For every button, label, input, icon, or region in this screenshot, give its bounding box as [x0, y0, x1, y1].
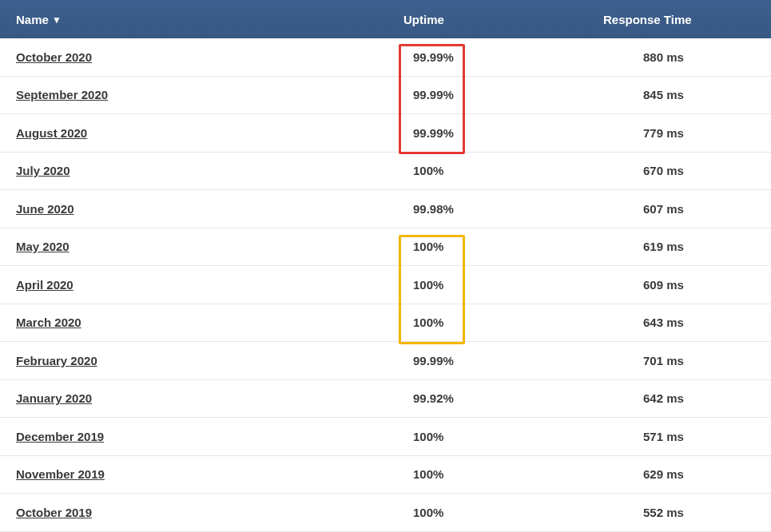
cell-uptime: 99.98%: [403, 202, 603, 216]
cell-uptime: 100%: [403, 467, 603, 481]
table-row: February 202099.99%701 ms: [0, 342, 771, 380]
header-name-label: Name: [16, 13, 49, 26]
month-link[interactable]: February 2020: [16, 354, 97, 367]
header-name[interactable]: Name ▼: [0, 13, 403, 26]
cell-name: February 2020: [0, 354, 403, 367]
table-row: October 202099.99%880 ms: [0, 38, 771, 77]
cell-uptime: 100%: [403, 164, 603, 177]
cell-uptime: 100%: [403, 316, 603, 329]
cell-uptime: 100%: [403, 240, 603, 253]
cell-name: November 2019: [0, 467, 403, 481]
table-row: May 2020100%619 ms: [0, 228, 771, 267]
cell-name: July 2020: [0, 164, 403, 177]
month-link[interactable]: December 2019: [16, 430, 104, 443]
month-link[interactable]: April 2020: [16, 278, 74, 292]
cell-uptime: 99.99%: [403, 126, 603, 140]
month-link[interactable]: October 2019: [16, 506, 92, 519]
header-uptime-label: Uptime: [403, 13, 444, 26]
cell-name: October 2019: [0, 506, 403, 519]
cell-uptime: 99.99%: [403, 88, 603, 101]
table-body: October 202099.99%880 msSeptember 202099…: [0, 38, 771, 532]
cell-response: 629 ms: [603, 467, 771, 481]
cell-name: April 2020: [0, 278, 403, 292]
cell-uptime: 99.92%: [403, 391, 603, 405]
cell-response: 571 ms: [603, 430, 771, 443]
month-link[interactable]: January 2020: [16, 391, 92, 405]
cell-name: September 2020: [0, 88, 403, 101]
cell-name: August 2020: [0, 126, 403, 140]
cell-name: December 2019: [0, 430, 403, 443]
cell-response: 642 ms: [603, 391, 771, 405]
month-link[interactable]: June 2020: [16, 202, 74, 216]
cell-response: 670 ms: [603, 164, 771, 177]
table-row: September 202099.99%845 ms: [0, 77, 771, 115]
cell-uptime: 100%: [403, 278, 603, 292]
header-uptime[interactable]: Uptime: [403, 13, 603, 26]
cell-name: March 2020: [0, 316, 403, 329]
table-row: July 2020100%670 ms: [0, 153, 771, 191]
table-row: June 202099.98%607 ms: [0, 190, 771, 228]
cell-name: June 2020: [0, 202, 403, 216]
table-row: March 2020100%643 ms: [0, 304, 771, 343]
table-row: April 2020100%609 ms: [0, 266, 771, 304]
month-link[interactable]: October 2020: [16, 50, 92, 64]
cell-response: 880 ms: [603, 50, 771, 64]
cell-response: 643 ms: [603, 316, 771, 329]
cell-name: May 2020: [0, 240, 403, 253]
cell-uptime: 99.99%: [403, 50, 603, 64]
cell-response: 607 ms: [603, 202, 771, 216]
header-response-label: Response Time: [603, 13, 692, 26]
cell-name: October 2020: [0, 50, 403, 64]
sort-desc-icon: ▼: [52, 14, 62, 26]
month-link[interactable]: May 2020: [16, 240, 70, 253]
month-link[interactable]: March 2020: [16, 316, 81, 329]
table-row: December 2019100%571 ms: [0, 418, 771, 456]
table-row: November 2019100%629 ms: [0, 456, 771, 494]
cell-response: 609 ms: [603, 278, 771, 292]
header-response[interactable]: Response Time: [603, 13, 771, 26]
cell-response: 619 ms: [603, 240, 771, 253]
cell-uptime: 100%: [403, 430, 603, 443]
cell-name: January 2020: [0, 391, 403, 405]
month-link[interactable]: July 2020: [16, 164, 70, 177]
table-header: Name ▼ Uptime Response Time: [0, 0, 771, 38]
cell-uptime: 99.99%: [403, 354, 603, 367]
cell-uptime: 100%: [403, 506, 603, 519]
cell-response: 779 ms: [603, 126, 771, 140]
month-link[interactable]: August 2020: [16, 126, 87, 140]
cell-response: 552 ms: [603, 506, 771, 519]
cell-response: 701 ms: [603, 354, 771, 367]
table-row: January 202099.92%642 ms: [0, 380, 771, 419]
table-row: August 202099.99%779 ms: [0, 114, 771, 153]
uptime-table: Name ▼ Uptime Response Time October 2020…: [0, 0, 771, 532]
cell-response: 845 ms: [603, 88, 771, 101]
month-link[interactable]: November 2019: [16, 467, 105, 481]
month-link[interactable]: September 2020: [16, 88, 108, 101]
table-row: October 2019100%552 ms: [0, 494, 771, 532]
